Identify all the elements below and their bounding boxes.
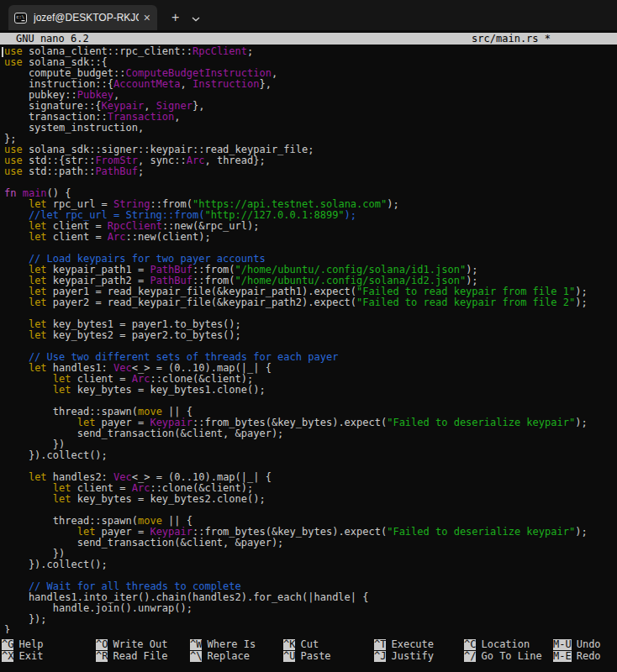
shortcut-label: Write Out <box>113 639 167 650</box>
tab-close-icon[interactable]: × <box>144 12 150 24</box>
shortcut-column: ^KCut^UPaste <box>283 638 374 669</box>
terminal-tab[interactable]: c:\ jozef@DESKTOP-RKJQG9N: ~ × <box>8 5 157 30</box>
shortcut-label: Where Is <box>207 639 256 650</box>
shortcut-where-is: ^WWhere Is <box>190 638 283 650</box>
code-segment <box>4 482 53 494</box>
code-segment: ; <box>247 45 253 57</box>
code-segment: ); <box>466 275 477 286</box>
code-line[interactable]: send_transaction(&client, &payer); <box>4 428 617 439</box>
code-segment <box>4 297 29 308</box>
code-segment: std::path:: <box>23 165 96 177</box>
shortcut-key: ^C <box>464 639 476 650</box>
new-tab-button[interactable]: + <box>171 11 179 24</box>
code-segment: AccountMeta <box>113 78 180 90</box>
code-line[interactable]: } <box>4 625 617 633</box>
shortcut-label: Read File <box>113 651 167 662</box>
code-segment: let <box>29 231 47 243</box>
code-segment: "http://127.0.0.1:8899" <box>204 209 344 221</box>
code-segment: <_> = (0..10).map(|_| { <box>132 471 272 483</box>
shortcut-label: Go To Line <box>481 651 541 662</box>
shortcut-key: ^O <box>96 639 108 650</box>
shortcut-cut: ^KCut <box>283 638 374 650</box>
shortcut-column: ^TExecute^JJustify <box>374 638 464 669</box>
shortcut-label: Redo <box>577 651 601 662</box>
code-segment: "/home/ubuntu/.config/solana/id2.json" <box>235 275 467 286</box>
code-segment: "https://api.testnet.solana.com" <box>192 198 387 210</box>
code-segment: let <box>29 362 47 374</box>
code-segment: transaction:: <box>4 111 108 123</box>
code-segment: client = <box>47 220 108 232</box>
code-segment: ; <box>138 165 144 177</box>
shortcut-key: ^J <box>374 651 386 662</box>
shortcut-write-out: ^OWrite Out <box>96 638 190 650</box>
code-segment: payer = <box>95 417 150 428</box>
editor-content[interactable]: use solana_client::rpc_client::RpcClient… <box>0 45 617 633</box>
code-segment: , sync:: <box>138 155 187 166</box>
code-segment: key_bytes2 = payer2.to_bytes(); <box>47 329 241 341</box>
code-segment <box>4 220 29 232</box>
code-segment: ); <box>575 286 587 297</box>
code-line[interactable] <box>4 177 617 188</box>
code-segment: ); <box>345 209 356 221</box>
code-segment: RpcClient <box>108 220 162 232</box>
shortcut-key: ^T <box>374 639 386 650</box>
code-segment: payer = <box>95 526 150 538</box>
code-line[interactable]: }).collect(); <box>4 450 617 461</box>
code-segment: keypair_path1 = <box>47 264 150 276</box>
shortcut-label: Replace <box>207 651 250 662</box>
code-line[interactable]: let payer2 = read_keypair_file(&keypair_… <box>4 297 617 308</box>
code-line[interactable]: handle.join().unwrap(); <box>4 603 617 614</box>
code-segment: PathBuf <box>150 275 192 286</box>
code-line[interactable]: send_transaction(&client, &payer); <box>4 538 617 549</box>
code-line[interactable]: }); <box>4 614 617 625</box>
code-segment: ::new(&rpc_url); <box>162 220 260 232</box>
code-line[interactable]: }).collect(); <box>4 559 617 570</box>
terminal-icon: c:\ <box>14 13 27 24</box>
code-segment: use <box>4 56 23 68</box>
code-segment: let <box>77 526 96 538</box>
shortcut-key: ^X <box>2 651 13 662</box>
code-line[interactable]: let key_bytes = key_bytes1.clone(); <box>4 385 617 396</box>
code-segment: handles2: <box>47 471 113 483</box>
shortcut-key: ^G <box>2 639 13 650</box>
shortcut-read-file: ^RRead File <box>96 650 190 662</box>
code-segment: ::from( <box>150 198 192 210</box>
code-segment: ); <box>387 198 398 210</box>
code-line[interactable]: let client = Arc::new(client); <box>4 232 617 243</box>
code-segment: , <box>272 67 277 79</box>
code-segment: payer2 = read_keypair_file(&keypair_path… <box>47 297 356 308</box>
code-line[interactable]: let key_bytes2 = payer2.to_bytes(); <box>4 330 617 341</box>
shortcut-justify: ^JJustify <box>374 650 464 662</box>
svg-text:c:\: c:\ <box>16 13 24 18</box>
shortcut-key: M-U <box>553 639 572 650</box>
code-line[interactable]: let key_bytes = key_bytes2.clone(); <box>4 494 617 505</box>
code-segment: // Load keypairs for two payer accounts <box>4 253 266 265</box>
code-segment: system_instruction, <box>4 122 144 134</box>
code-segment: "Failed to deserialize keypair" <box>387 526 575 538</box>
code-segment: , <box>144 100 156 112</box>
code-segment: let <box>29 264 47 276</box>
code-segment: fn <box>4 187 23 199</box>
code-segment: }; <box>4 133 16 144</box>
code-segment <box>4 471 29 483</box>
code-segment: move <box>138 406 162 417</box>
shortcut-label: Execute <box>391 639 434 650</box>
shortcut-key: M-E <box>553 651 572 662</box>
code-line[interactable]: use std::path::PathBuf; <box>4 166 617 177</box>
code-segment: , thread}; <box>204 155 265 166</box>
code-segment <box>4 264 29 276</box>
code-segment: keypair_path2 = <box>47 275 150 286</box>
tab-dropdown-icon[interactable] <box>192 17 200 22</box>
code-line[interactable]: system_instruction, <box>4 123 617 134</box>
code-segment: ::clone(&client); <box>150 482 253 494</box>
code-segment: let <box>29 329 47 341</box>
tab-title: jozef@DESKTOP-RKJQG9N: ~ <box>34 12 139 24</box>
code-segment: Pubkey <box>77 89 113 101</box>
code-segment: } <box>4 624 10 633</box>
code-segment: let <box>29 198 47 210</box>
shortcut-key: ^U <box>283 651 295 662</box>
shortcut-label: Paste <box>300 651 330 662</box>
code-segment <box>4 286 29 297</box>
code-segment: ::new(client); <box>126 231 211 243</box>
code-segment: || { <box>162 515 192 527</box>
